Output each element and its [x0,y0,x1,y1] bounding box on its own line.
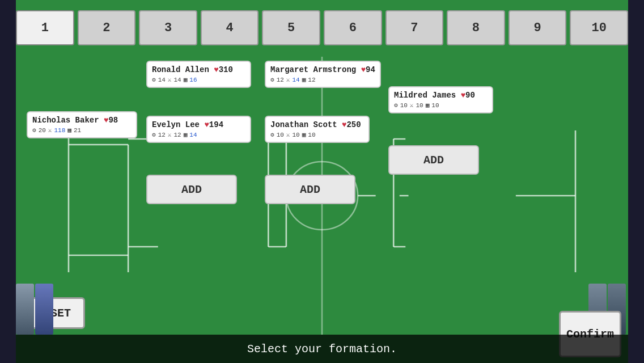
left-panel [0,0,16,363]
tab-8[interactable]: 8 [447,10,505,45]
tab-10[interactable]: 10 [570,10,628,45]
player-stats: ⚙12 ⚔14 ▦12 [270,76,375,83]
tab-6[interactable]: 6 [324,10,382,45]
tab-bar: 1 2 3 4 5 6 7 8 9 10 [16,10,628,45]
heart-icon: ♥ [461,91,465,100]
player-name: Nicholas Baker ♥98 [32,116,132,125]
tab-2[interactable]: 2 [78,10,136,45]
player-stats: ⚙10 ⚔10 ▦10 [270,131,364,138]
player-stats: ⚙20 ⚔118 ▦21 [32,126,132,134]
tab-4[interactable]: 4 [201,10,259,45]
tab-1[interactable]: 1 [16,10,74,45]
game-area: 1 2 3 4 5 6 7 8 9 10 [0,0,644,363]
player-card-margaret-armstrong[interactable]: Margaret Armstrong ♥94 ⚙12 ⚔14 ▦12 [265,61,381,88]
sprite-left [16,284,56,335]
player-name: Margaret Armstrong ♥94 [270,65,375,74]
tab-7[interactable]: 7 [385,10,444,45]
tab-9[interactable]: 9 [509,10,567,45]
player-name: Evelyn Lee ♥194 [152,120,245,129]
player-stats: ⚙14 ⚔14 ▦16 [152,76,245,83]
heart-icon: ♥ [361,65,366,74]
status-bar: Select your formation. [16,335,628,363]
add-button-1[interactable]: ADD [146,175,237,204]
tab-3[interactable]: 3 [139,10,197,45]
sprite-char-2 [35,284,53,335]
right-panel [628,0,644,363]
player-card-nicholas-baker[interactable]: Nicholas Baker ♥98 ⚙20 ⚔118 ▦21 [27,111,137,138]
add-button-2[interactable]: ADD [265,175,355,204]
add-button-3[interactable]: ADD [388,145,479,175]
tab-5[interactable]: 5 [262,10,320,45]
player-card-mildred-james[interactable]: Mildred James ♥90 ⚙10 ⚔10 ▦10 [388,86,493,113]
heart-icon: ♥ [204,120,209,129]
player-name: Ronald Allen ♥310 [152,65,245,74]
player-card-ronald-allen[interactable]: Ronald Allen ♥310 ⚙14 ⚔14 ▦16 [146,61,251,88]
player-name: Jonathan Scott ♥250 [270,120,364,129]
player-card-jonathan-scott[interactable]: Jonathan Scott ♥250 ⚙10 ⚔10 ▦10 [265,116,370,143]
player-stats: ⚙12 ⚔12 ▦14 [152,131,245,138]
player-card-evelyn-lee[interactable]: Evelyn Lee ♥194 ⚙12 ⚔12 ▦14 [146,116,251,143]
player-name: Mildred James ♥90 [394,91,488,100]
heart-icon: ♥ [214,65,218,74]
player-stats: ⚙10 ⚔10 ▦10 [394,102,488,109]
sprite-char-1 [16,284,34,335]
